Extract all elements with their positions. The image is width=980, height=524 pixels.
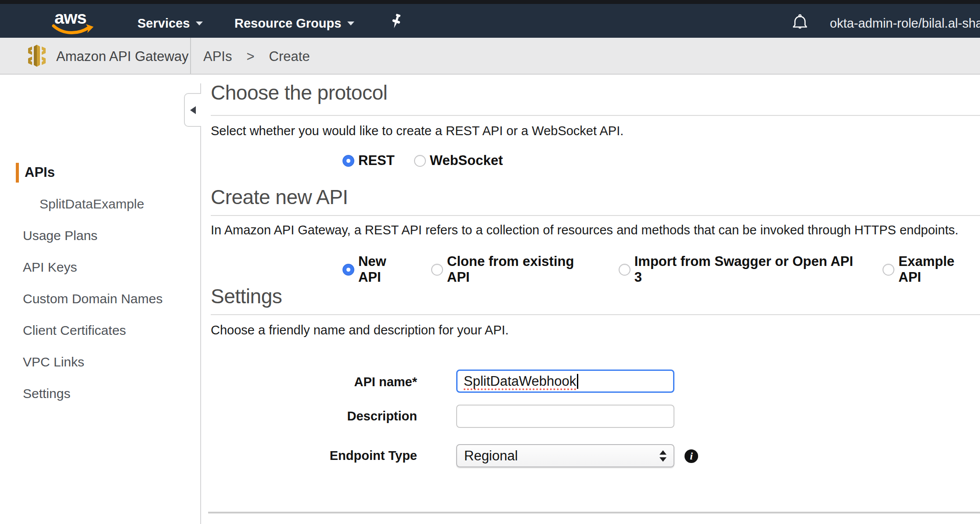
sidebar-item-splitdataexample[interactable]: SplitDataExample bbox=[40, 197, 144, 212]
sidebar-item-client-certificates[interactable]: Client Certificates bbox=[23, 323, 126, 338]
aws-logo-text: aws bbox=[54, 8, 86, 27]
protocol-radio-group: REST WebSocket bbox=[342, 153, 503, 169]
breadcrumb-item-create: Create bbox=[269, 49, 310, 65]
breadcrumb-item-apis[interactable]: APIs bbox=[203, 49, 232, 65]
aws-logo[interactable]: aws bbox=[51, 7, 95, 37]
window-top-edge bbox=[0, 0, 980, 4]
section-title-protocol: Choose the protocol bbox=[211, 81, 387, 104]
nav-resource-groups-menu[interactable]: Resource Groups bbox=[234, 16, 354, 31]
description-input[interactable] bbox=[456, 405, 674, 428]
nav-services-label: Services bbox=[137, 16, 190, 31]
radio-label-import-swagger: Import from Swagger or Open API 3 bbox=[634, 254, 864, 285]
sidebar: APIs SplitDataExample Usage Plans API Ke… bbox=[0, 75, 200, 524]
radio-label-clone: Clone from existing API bbox=[447, 254, 599, 285]
aws-navbar: aws Services Resource Groups bbox=[0, 4, 980, 38]
info-icon[interactable]: i bbox=[685, 449, 698, 463]
protocol-description: Select whether you would like to create … bbox=[211, 124, 623, 138]
breadcrumb-divider bbox=[190, 38, 191, 74]
breadcrumb: APIs > Create bbox=[203, 49, 310, 65]
section-divider bbox=[211, 314, 980, 315]
radio-unselected-icon[interactable] bbox=[883, 264, 894, 276]
account-menu[interactable]: okta-admin-role/bilal.al-sha bbox=[830, 16, 980, 31]
notifications-bell-icon[interactable] bbox=[792, 14, 808, 33]
collapse-arrow-icon bbox=[190, 106, 196, 114]
api-source-radio-group: New API Clone from existing API Import f… bbox=[342, 254, 980, 285]
section-divider bbox=[211, 215, 980, 216]
radio-option-clone[interactable]: Clone from existing API bbox=[431, 254, 599, 285]
radio-label-example-api: Example API bbox=[898, 254, 980, 285]
aws-logo-icon: aws bbox=[51, 7, 95, 36]
radio-option-rest[interactable]: REST bbox=[342, 153, 395, 169]
radio-option-websocket[interactable]: WebSocket bbox=[414, 153, 503, 169]
api-name-value: SplitDataWebhook bbox=[464, 373, 576, 389]
chevron-down-icon bbox=[196, 22, 203, 25]
radio-unselected-icon[interactable] bbox=[619, 264, 631, 276]
sidebar-item-apis[interactable]: APIs bbox=[25, 165, 55, 180]
radio-label-websocket: WebSocket bbox=[430, 153, 503, 169]
settings-description: Choose a friendly name and description f… bbox=[211, 323, 509, 337]
create-api-page: Choose the protocol Select whether you w… bbox=[201, 75, 980, 524]
pin-icon[interactable] bbox=[390, 14, 403, 32]
breadcrumb-separator: > bbox=[246, 49, 254, 65]
content-left-border bbox=[200, 83, 201, 524]
select-stepper-icon bbox=[659, 450, 667, 462]
radio-selected-icon[interactable] bbox=[342, 155, 354, 167]
radio-unselected-icon[interactable] bbox=[414, 155, 426, 167]
endpoint-type-label: Endpoint Type bbox=[201, 449, 417, 463]
service-name[interactable]: Amazon API Gateway bbox=[56, 49, 189, 65]
footer-divider bbox=[208, 512, 980, 513]
radio-unselected-icon[interactable] bbox=[431, 264, 443, 276]
text-cursor bbox=[577, 374, 578, 389]
api-name-input[interactable]: SplitDataWebhook bbox=[456, 370, 674, 393]
active-item-indicator bbox=[16, 163, 19, 183]
api-gateway-icon bbox=[26, 44, 47, 69]
sidebar-collapse-button[interactable] bbox=[184, 93, 201, 127]
endpoint-type-select[interactable]: Regional bbox=[456, 444, 674, 467]
breadcrumb-bar: Amazon API Gateway APIs > Create bbox=[0, 38, 980, 75]
create-api-description: In Amazon API Gateway, a REST API refers… bbox=[211, 223, 958, 237]
nav-services-menu[interactable]: Services bbox=[137, 16, 203, 31]
section-divider bbox=[211, 115, 980, 116]
nav-resource-groups-label: Resource Groups bbox=[234, 16, 341, 31]
chevron-down-icon bbox=[347, 22, 354, 25]
description-label: Description bbox=[201, 409, 417, 424]
section-title-settings: Settings bbox=[211, 284, 282, 308]
sidebar-item-vpc-links[interactable]: VPC Links bbox=[23, 355, 84, 370]
radio-option-new-api[interactable]: New API bbox=[342, 254, 412, 285]
sidebar-item-api-keys[interactable]: API Keys bbox=[23, 260, 77, 275]
radio-option-import-swagger[interactable]: Import from Swagger or Open API 3 bbox=[619, 254, 864, 285]
app-window: aws Services Resource Groups bbox=[0, 0, 980, 524]
sidebar-item-usage-plans[interactable]: Usage Plans bbox=[23, 228, 97, 243]
sidebar-item-settings[interactable]: Settings bbox=[23, 386, 70, 401]
api-name-label: API name* bbox=[201, 375, 417, 389]
radio-option-example-api[interactable]: Example API bbox=[883, 254, 980, 285]
radio-label-new-api: New API bbox=[358, 254, 412, 285]
info-icon-glyph: i bbox=[690, 450, 693, 462]
sidebar-item-custom-domain-names[interactable]: Custom Domain Names bbox=[23, 291, 162, 306]
section-title-create-new-api: Create new API bbox=[211, 185, 348, 209]
radio-selected-icon[interactable] bbox=[342, 264, 354, 276]
radio-label-rest: REST bbox=[358, 153, 395, 169]
endpoint-type-value: Regional bbox=[464, 448, 518, 464]
